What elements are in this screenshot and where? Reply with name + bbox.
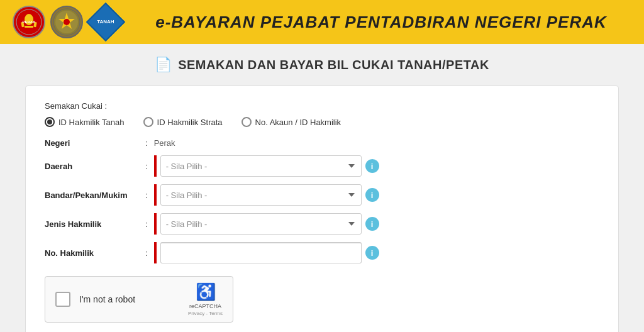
radio-label-tanah: ID Hakmilik Tanah	[58, 118, 125, 127]
semakan-label: Semakan Cukai :	[45, 101, 599, 111]
daerah-info-button[interactable]: i	[365, 159, 379, 173]
no-hakmilik-label: No. Hakmilik	[45, 248, 145, 258]
jenis-colon: :	[145, 219, 148, 229]
bandar-info-button[interactable]: i	[365, 188, 379, 202]
radio-group: ID Hakmilik Tanah ID Hakmilik Strata No.…	[45, 117, 599, 127]
captcha-label: I'm not a robot	[79, 294, 179, 304]
no-hakmilik-info-button[interactable]: i	[365, 246, 379, 260]
svg-text:PERAK: PERAK	[22, 20, 36, 24]
radio-id-hakmilik-tanah-indicator	[45, 117, 55, 127]
radio-label-akaun: No. Akaun / ID Hakmilik	[255, 118, 341, 127]
negeri-value: Perak	[154, 138, 175, 148]
bandar-red-bar	[154, 184, 157, 206]
radio-id-hakmilik-tanah[interactable]: ID Hakmilik Tanah	[45, 117, 125, 127]
daerah-row: Daerah : - Sila Pilih - i	[45, 155, 599, 177]
daerah-input-wrap: - Sila Pilih - i	[154, 155, 599, 177]
header-title: e-BAYARAN PEJABAT PENTADBIRAN NEGERI PER…	[131, 13, 631, 32]
recaptcha-subtext: Privacy - Terms	[188, 311, 223, 316]
no-hakmilik-row: No. Hakmilik : i	[45, 242, 599, 263]
main-content: 📄 SEMAKAN DAN BAYAR BIL CUKAI TANAH/PETA…	[0, 44, 644, 332]
page-title-row: 📄 SEMAKAN DAN BAYAR BIL CUKAI TANAH/PETA…	[25, 57, 619, 73]
document-icon: 📄	[155, 57, 172, 73]
jenis-info-button[interactable]: i	[365, 217, 379, 231]
radio-no-akaun-indicator	[242, 117, 252, 127]
no-hakmilik-input-wrap: i	[154, 242, 599, 263]
daerah-colon: :	[145, 162, 148, 171]
jenis-input-wrap: - Sila Pilih - i	[154, 213, 599, 235]
jenis-red-bar	[154, 213, 157, 235]
radio-id-hakmilik-strata-indicator	[143, 117, 153, 127]
logo-tanah: TANAH	[88, 4, 123, 40]
daerah-label: Daerah	[45, 162, 145, 171]
jenis-select[interactable]: - Sila Pilih -	[160, 213, 362, 235]
page-title: SEMAKAN DAN BAYAR BIL CUKAI TANAH/PETAK	[178, 58, 489, 72]
bandar-select[interactable]: - Sila Pilih -	[160, 184, 362, 206]
bandar-label: Bandar/Pekan/Mukim	[45, 191, 145, 200]
no-hakmilik-red-bar	[154, 242, 157, 263]
captcha-section: I'm not a robot ♿ reCAPTCHA Privacy - Te…	[45, 276, 599, 323]
recaptcha-brand: reCAPTCHA	[189, 303, 221, 310]
form-card: Semakan Cukai : ID Hakmilik Tanah ID Hak…	[25, 86, 619, 332]
daerah-red-bar	[154, 155, 157, 177]
svg-rect-3	[25, 26, 33, 28]
no-hakmilik-colon: :	[145, 248, 148, 258]
bandar-input-wrap: - Sila Pilih - i	[154, 184, 599, 206]
logo-perak-crest	[50, 6, 83, 38]
captcha-checkbox[interactable]	[55, 292, 70, 307]
svg-point-10	[64, 19, 70, 25]
radio-no-akaun[interactable]: No. Akaun / ID Hakmilik	[242, 117, 341, 127]
header-logos: PERAK TANAH	[13, 4, 123, 40]
captcha-box: I'm not a robot ♿ reCAPTCHA Privacy - Te…	[45, 276, 233, 323]
negeri-colon: :	[145, 138, 148, 148]
logo-jata-negara: PERAK	[13, 6, 45, 38]
radio-label-strata: ID Hakmilik Strata	[157, 118, 223, 127]
captcha-logo: ♿ reCAPTCHA Privacy - Terms	[188, 282, 223, 317]
bandar-row: Bandar/Pekan/Mukim : - Sila Pilih - i	[45, 184, 599, 206]
recaptcha-icon: ♿	[196, 282, 216, 302]
jenis-row: Jenis Hakmilik : - Sila Pilih - i	[45, 213, 599, 235]
jenis-label: Jenis Hakmilik	[45, 219, 145, 229]
daerah-select[interactable]: - Sila Pilih -	[160, 155, 362, 177]
negeri-row: Negeri : Perak	[45, 138, 599, 148]
negeri-label: Negeri	[45, 138, 145, 148]
radio-id-hakmilik-strata[interactable]: ID Hakmilik Strata	[143, 117, 223, 127]
no-hakmilik-input[interactable]	[160, 242, 362, 263]
header: PERAK TANAH e-BAYARAN PEJABAT PENTADBIRA…	[0, 0, 644, 44]
bandar-colon: :	[145, 191, 148, 200]
